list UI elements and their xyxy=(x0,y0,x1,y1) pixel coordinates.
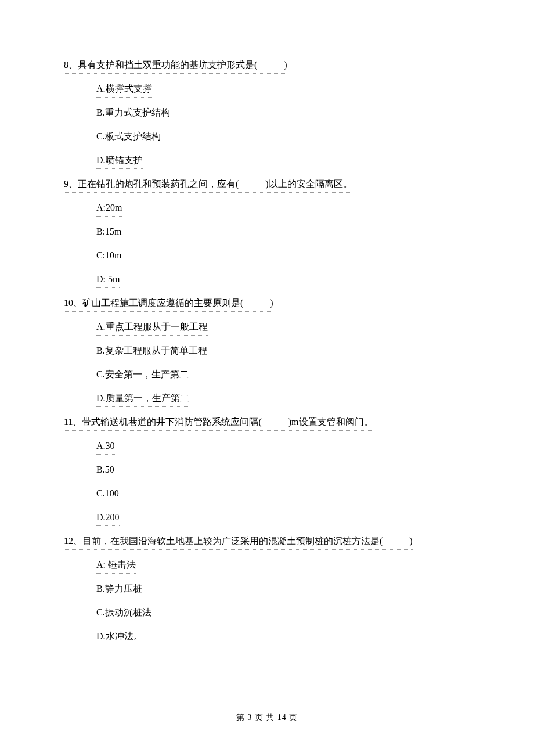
option-a: A:20m xyxy=(96,201,470,217)
question-stem: 带式输送机巷道的井下消防管路系统应间隔( xyxy=(82,417,261,427)
options-list: A: 锤击法 B.静力压桩 C.振动沉桩法 D.水冲法。 xyxy=(64,558,470,645)
question-stem: 具有支护和挡土双重功能的基坑支护形式是( xyxy=(78,60,257,70)
question-text: 8、具有支护和挡土双重功能的基坑支护形式是() xyxy=(64,58,287,74)
option-label: C:10m xyxy=(96,249,122,264)
option-b: B.50 xyxy=(96,463,470,478)
question-stem: 矿山工程施工调度应遵循的主要原则是( xyxy=(82,298,243,308)
options-list: A.30 B.50 C.100 D.200 xyxy=(64,439,470,526)
option-c: C.振动沉桩法 xyxy=(96,606,470,621)
question-11: 11、带式输送机巷道的井下消防管路系统应间隔()m设置支管和阀门。 A.30 B… xyxy=(64,415,470,526)
option-c: C.板式支护结构 xyxy=(96,129,470,145)
option-label: D.水冲法。 xyxy=(96,629,143,645)
option-a: A.30 xyxy=(96,439,470,455)
question-after: ) xyxy=(270,298,273,308)
option-label: B.重力式支护结构 xyxy=(96,106,170,121)
option-label: A.横撑式支撑 xyxy=(96,82,152,98)
option-a: A.重点工程服从于一般工程 xyxy=(96,320,470,336)
option-label: B.50 xyxy=(96,463,114,478)
option-label: A: 锤击法 xyxy=(96,558,136,574)
question-12: 12、目前，在我国沿海软土地基上较为广泛采用的混凝土预制桩的沉桩方法是() A:… xyxy=(64,534,470,645)
option-label: D.200 xyxy=(96,510,120,526)
option-c: C:10m xyxy=(96,249,470,264)
question-text: 9、正在钻孔的炮孔和预装药孔之间，应有()以上的安全隔离区。 xyxy=(64,177,352,193)
question-text: 10、矿山工程施工调度应遵循的主要原则是() xyxy=(64,296,273,312)
question-after: ) xyxy=(284,60,287,70)
question-number: 10、 xyxy=(64,298,82,308)
question-9: 9、正在钻孔的炮孔和预装药孔之间，应有()以上的安全隔离区。 A:20m B:1… xyxy=(64,177,470,288)
question-number: 12、 xyxy=(64,536,82,546)
option-b: B:15m xyxy=(96,225,470,240)
option-d: D.水冲法。 xyxy=(96,629,470,645)
question-after: )以上的安全隔离区。 xyxy=(265,179,352,189)
option-b: B.静力压桩 xyxy=(96,582,470,597)
option-label: A.重点工程服从于一般工程 xyxy=(96,320,208,336)
question-number: 9、 xyxy=(64,179,78,189)
options-list: A.横撑式支撑 B.重力式支护结构 C.板式支护结构 D.喷锚支护 xyxy=(64,82,470,169)
option-label: A.30 xyxy=(96,439,115,455)
question-stem: 正在钻孔的炮孔和预装药孔之间，应有( xyxy=(78,179,239,189)
option-d: D.质量第一，生产第二 xyxy=(96,391,470,407)
question-8: 8、具有支护和挡土双重功能的基坑支护形式是() A.横撑式支撑 B.重力式支护结… xyxy=(64,58,470,169)
option-a: A: 锤击法 xyxy=(96,558,470,574)
option-label: C.安全第一，生产第二 xyxy=(96,368,189,383)
document-content: 8、具有支护和挡土双重功能的基坑支护形式是() A.横撑式支撑 B.重力式支护结… xyxy=(64,58,470,645)
question-text: 12、目前，在我国沿海软土地基上较为广泛采用的混凝土预制桩的沉桩方法是() xyxy=(64,534,413,550)
option-label: D.喷锚支护 xyxy=(96,153,143,169)
option-label: D: 5m xyxy=(96,272,120,288)
option-a: A.横撑式支撑 xyxy=(96,82,470,98)
option-d: D.喷锚支护 xyxy=(96,153,470,169)
option-label: C.振动沉桩法 xyxy=(96,606,151,621)
option-label: B.复杂工程服从于简单工程 xyxy=(96,344,207,359)
question-number: 11、 xyxy=(64,417,82,427)
options-list: A:20m B:15m C:10m D: 5m xyxy=(64,201,470,288)
question-text: 11、带式输送机巷道的井下消防管路系统应间隔()m设置支管和阀门。 xyxy=(64,415,373,431)
option-b: B.复杂工程服从于简单工程 xyxy=(96,344,470,359)
question-after: )m设置支管和阀门。 xyxy=(288,417,373,427)
options-list: A.重点工程服从于一般工程 B.复杂工程服从于简单工程 C.安全第一，生产第二 … xyxy=(64,320,470,407)
option-label: B:15m xyxy=(96,225,122,240)
question-10: 10、矿山工程施工调度应遵循的主要原则是() A.重点工程服从于一般工程 B.复… xyxy=(64,296,470,407)
page-footer: 第 3 页 共 14 页 xyxy=(0,711,534,723)
option-label: C.100 xyxy=(96,487,119,502)
question-number: 8、 xyxy=(64,60,78,70)
option-label: A:20m xyxy=(96,201,122,217)
option-label: B.静力压桩 xyxy=(96,582,142,597)
option-label: D.质量第一，生产第二 xyxy=(96,391,189,407)
option-c: C.安全第一，生产第二 xyxy=(96,368,470,383)
question-stem: 目前，在我国沿海软土地基上较为广泛采用的混凝土预制桩的沉桩方法是( xyxy=(82,536,383,546)
option-d: D.200 xyxy=(96,510,470,526)
option-c: C.100 xyxy=(96,487,470,502)
question-after: ) xyxy=(409,536,412,546)
option-label: C.板式支护结构 xyxy=(96,129,161,145)
option-b: B.重力式支护结构 xyxy=(96,106,470,121)
option-d: D: 5m xyxy=(96,272,470,288)
